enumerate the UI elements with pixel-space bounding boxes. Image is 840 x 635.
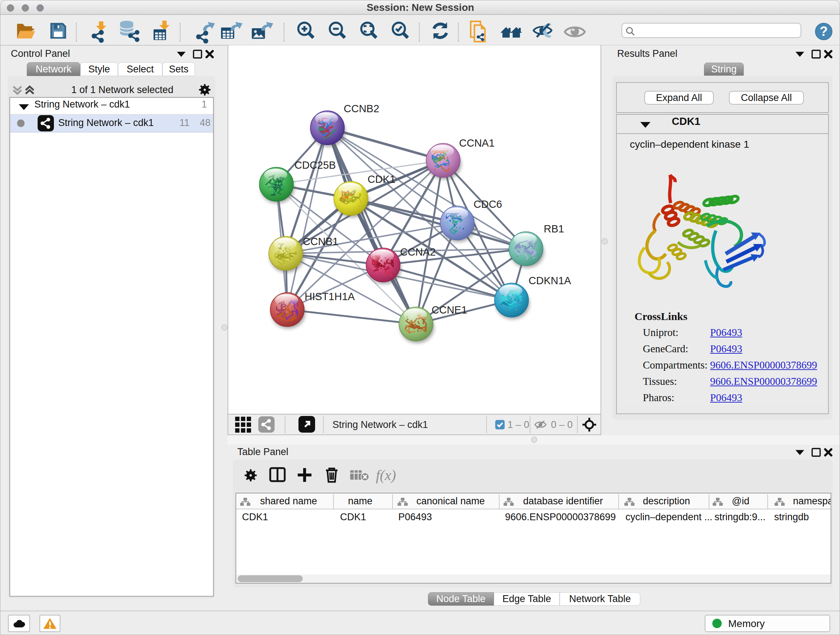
svg-text:CCNB1: CCNB1 bbox=[303, 236, 338, 247]
svg-text:CDC25B: CDC25B bbox=[294, 159, 336, 171]
svg-text:CDC6: CDC6 bbox=[474, 198, 502, 210]
svg-text:CCNB2: CCNB2 bbox=[344, 103, 379, 114]
svg-text:CDK1: CDK1 bbox=[368, 173, 395, 185]
svg-text:HIST1H1A: HIST1H1A bbox=[305, 291, 355, 302]
svg-text:CCNE1: CCNE1 bbox=[431, 304, 467, 316]
svg-text:CDKN1A: CDKN1A bbox=[529, 275, 571, 287]
svg-text:CCNA2: CCNA2 bbox=[400, 246, 436, 258]
svg-text:RB1: RB1 bbox=[544, 223, 564, 234]
svg-text:CCNA1: CCNA1 bbox=[459, 137, 494, 149]
